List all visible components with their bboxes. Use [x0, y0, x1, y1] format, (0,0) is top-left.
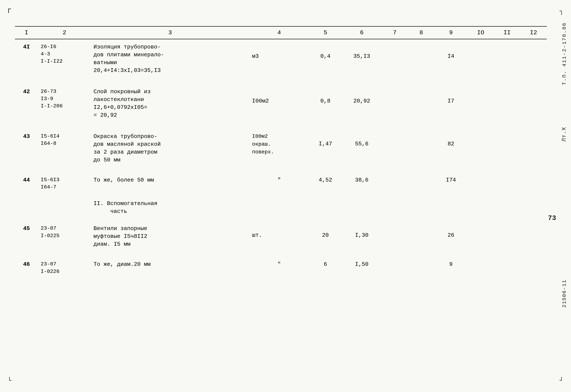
row-col9-42: I7 [434, 84, 467, 121]
row-col10-45 [467, 222, 494, 250]
row-col11-42 [494, 84, 520, 121]
sheet-label: Лт.Х [561, 127, 567, 142]
row-col10-42 [467, 84, 494, 121]
spacer-row [15, 166, 547, 174]
row-col10-43 [467, 129, 494, 166]
row-col6-43: 55,6 [342, 129, 382, 166]
corner-bottom-right: ┘ [559, 377, 564, 385]
row-col8-42 [408, 84, 435, 121]
row-col8-45 [408, 222, 435, 250]
row-col5-43: I,47 [309, 129, 342, 166]
doc-ref-label: Т.П. 411-2-170.86 [561, 22, 567, 85]
corner-top-left: Г [7, 7, 12, 15]
row-col12-42 [520, 84, 547, 121]
main-content: I 2 3 4 5 6 7 8 9 IO II I2 [15, 19, 547, 377]
row-col5-44: 4,52 [309, 174, 342, 193]
spacer-row [15, 250, 547, 258]
table-row: 42 26-73I3-9I-I-206 Слой покровный излак… [15, 84, 547, 121]
row-col12-43 [520, 129, 547, 166]
row-col6-44: 38,6 [342, 174, 382, 193]
row-col5-45: 20 [309, 222, 342, 250]
corner-top-right: ┐ [559, 7, 564, 15]
section-code [38, 197, 91, 218]
row-num-45: 45 [15, 222, 38, 250]
row-col11-44 [494, 174, 520, 193]
col-header-5: 5 [309, 27, 342, 39]
col-header-10: IO [467, 27, 494, 39]
row-col6-45: I,30 [342, 222, 382, 250]
row-col7-41 [382, 39, 408, 77]
table-row: 45 23-07I-0225 Вентили запорныемуфтовые … [15, 222, 547, 250]
row-desc-46: То же, диам.20 мм [91, 258, 249, 277]
row-col5-42: 0,8 [309, 84, 342, 121]
row-code-42: 26-73I3-9I-I-206 [38, 84, 91, 121]
section-empty [249, 197, 547, 218]
row-col11-43 [494, 129, 520, 166]
spacer-row [15, 193, 547, 197]
spacer-row [15, 121, 547, 129]
row-col8-43 [408, 129, 435, 166]
table-container: I 2 3 4 5 6 7 8 9 IO II I2 [15, 26, 547, 277]
row-num-44: 44 [15, 174, 38, 193]
row-unit-44: " [249, 174, 309, 193]
col-header-8: 8 [408, 27, 435, 39]
col-header-9: 9 [434, 27, 467, 39]
section-title-row: II. Вспомогательная часть [15, 197, 547, 218]
main-table: I 2 3 4 5 6 7 8 9 IO II I2 [15, 26, 547, 277]
table-row: 44 I5-6I3I64-7 То же, более 50 мм " 4,52… [15, 174, 547, 193]
row-col6-42: 20,92 [342, 84, 382, 121]
row-unit-41: м3 [249, 39, 309, 77]
row-col5-41: 0,4 [309, 39, 342, 77]
row-unit-42: I00м2 [249, 84, 309, 121]
row-col7-44 [382, 174, 408, 193]
row-col7-45 [382, 222, 408, 250]
row-num-43: 43 [15, 129, 38, 166]
row-col12-41 [520, 39, 547, 77]
col-header-12: I2 [520, 27, 547, 39]
corner-bottom-left: └ [7, 377, 12, 385]
row-desc-42: Слой покровный излакостеклотканиI2,6+0,0… [91, 84, 249, 121]
col-header-11: II [494, 27, 520, 39]
row-desc-43: Окраска трубопрово-дов масляной краскойз… [91, 129, 249, 166]
row-col9-43: 82 [434, 129, 467, 166]
col-header-7: 7 [382, 27, 408, 39]
row-unit-45: шт. [249, 222, 309, 250]
row-col7-43 [382, 129, 408, 166]
row-desc-45: Вентили запорныемуфтовые I5ч8II2диам. I5… [91, 222, 249, 250]
row-col10-41 [467, 39, 494, 77]
col-header-1: I [15, 27, 38, 39]
table-row: 43 I5-6I4I64-8 Окраска трубопрово-дов ма… [15, 129, 547, 166]
row-col6-41: 35,I3 [342, 39, 382, 77]
table-row: 4I 26-I64-3I-I-I22 Изоляция трубопрово-д… [15, 39, 547, 77]
row-code-45: 23-07I-0225 [38, 222, 91, 250]
row-unit-46: " [249, 258, 309, 277]
row-col9-46: 9 [434, 258, 467, 277]
row-col12-46 [520, 258, 547, 277]
row-desc-41: Изоляция трубопрово-дов плитами минерало… [91, 39, 249, 77]
col-header-6: 6 [342, 27, 382, 39]
col-header-4: 4 [249, 27, 309, 39]
col-header-3: 3 [91, 27, 249, 39]
row-col9-41: I4 [434, 39, 467, 77]
row-col12-44 [520, 174, 547, 193]
row-col8-44 [408, 174, 435, 193]
row-col10-44 [467, 174, 494, 193]
row-col8-41 [408, 39, 435, 77]
row-col11-41 [494, 39, 520, 77]
row-col10-46 [467, 258, 494, 277]
row-col5-46: 6 [309, 258, 342, 277]
row-col7-42 [382, 84, 408, 121]
row-code-44: I5-6I3I64-7 [38, 174, 91, 193]
row-num-42: 42 [15, 84, 38, 121]
row-col12-45 [520, 222, 547, 250]
doc-number: 21506-11 [561, 280, 567, 308]
section-num [15, 197, 38, 218]
row-num-41: 4I [15, 39, 38, 77]
row-num-46: 46 [15, 258, 38, 277]
row-col9-44: I74 [434, 174, 467, 193]
row-code-46: 23-07I-0226 [38, 258, 91, 277]
row-code-41: 26-I64-3I-I-I22 [38, 39, 91, 77]
spacer-row [15, 218, 547, 222]
row-col11-46 [494, 258, 520, 277]
table-row: 46 23-07I-0226 То же, диам.20 мм " 6 I,5… [15, 258, 547, 277]
